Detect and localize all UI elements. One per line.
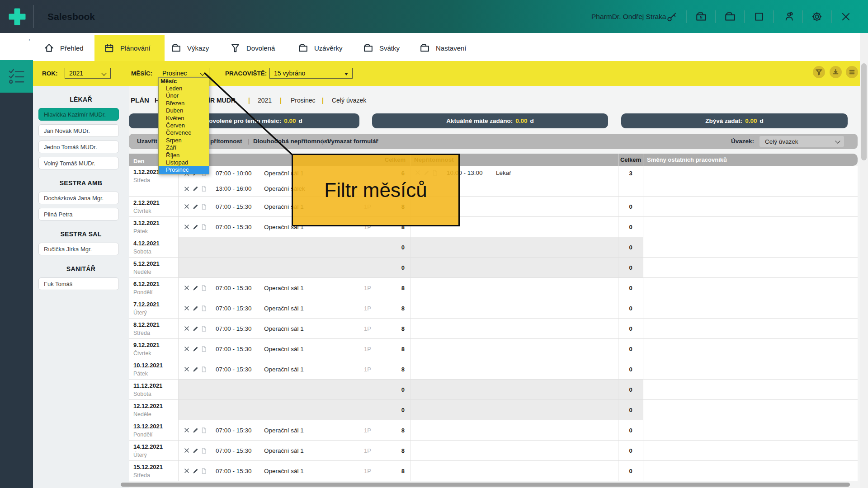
horizontal-scrollbar-thumb[interactable]: [121, 483, 850, 487]
shifts-cell[interactable]: 07:00 - 15:30Operační sál 11P: [179, 298, 384, 318]
copy-icon[interactable]: [201, 285, 208, 291]
delete-icon[interactable]: [184, 366, 190, 372]
edit-icon[interactable]: [193, 468, 199, 474]
month-option[interactable]: Březen: [159, 100, 209, 107]
delete-icon[interactable]: [184, 285, 190, 291]
filter-icon[interactable]: [813, 66, 825, 78]
shifts-cell[interactable]: [179, 258, 384, 277]
copy-icon[interactable]: [201, 325, 208, 332]
sidebar-item-person[interactable]: Jan Novák MUDr.: [38, 124, 119, 137]
delete-icon[interactable]: [184, 203, 190, 210]
shifts-cell[interactable]: 07:00 - 15:30Operační sál 11P: [179, 420, 384, 440]
pracoviste-select[interactable]: 15 vybráno: [269, 68, 353, 79]
edit-icon[interactable]: [193, 447, 199, 454]
shifts-cell[interactable]: 07:00 - 15:30Operační sál 11P: [179, 359, 384, 379]
month-option[interactable]: Únor: [159, 92, 209, 99]
delete-icon[interactable]: [184, 305, 190, 311]
month-option[interactable]: Říjen: [159, 152, 209, 159]
sidebar-item-person[interactable]: Volný Tomáš MUDr.: [38, 157, 119, 169]
absence-cell[interactable]: [410, 420, 618, 440]
delete-icon[interactable]: [184, 427, 190, 433]
month-option[interactable]: Září: [159, 144, 209, 151]
month-option[interactable]: Červen: [159, 122, 209, 129]
month-option[interactable]: Květen: [159, 115, 209, 122]
sidebar-item-person[interactable]: Pilná Petra: [38, 208, 119, 221]
tab-prehled[interactable]: Přehled: [44, 35, 84, 61]
copy-icon[interactable]: [201, 468, 208, 474]
shifts-cell[interactable]: 07:00 - 15:30Operační sál 11P: [179, 319, 384, 338]
sidebar-item-person[interactable]: Jedno Tomáš MUDr.: [38, 141, 119, 153]
sidebar-item-person[interactable]: Ručička Jirka Mgr.: [38, 243, 119, 255]
copy-icon[interactable]: [201, 366, 208, 372]
clear-form-action[interactable]: Vymazat formulář: [327, 134, 378, 149]
tab-svatky[interactable]: Svátky: [363, 35, 400, 61]
edit-icon[interactable]: [193, 346, 199, 352]
absence-cell[interactable]: [410, 278, 618, 298]
absence-cell[interactable]: [410, 237, 618, 257]
edit-icon[interactable]: [193, 305, 199, 311]
tab-dovolena[interactable]: Dovolená: [230, 35, 275, 61]
window-icon[interactable]: [749, 7, 769, 27]
key-icon[interactable]: [662, 7, 682, 27]
edit-icon[interactable]: [193, 203, 199, 210]
absence-cell[interactable]: [410, 461, 618, 481]
shifts-cell[interactable]: 07:00 - 15:30Operační sál 11P: [179, 441, 384, 460]
shifts-cell[interactable]: [179, 380, 384, 399]
copy-icon[interactable]: [201, 305, 208, 311]
month-option[interactable]: Listopad: [159, 159, 209, 166]
absence-cell[interactable]: [410, 359, 618, 379]
month-option[interactable]: Prosinec: [159, 166, 209, 174]
delete-icon[interactable]: [184, 447, 190, 454]
uvazek-select[interactable]: Celý úvazek: [760, 136, 844, 147]
shifts-cell[interactable]: 07:00 - 15:30Operační sál 11P: [179, 339, 384, 359]
month-option-placeholder[interactable]: Měsíc: [159, 78, 209, 85]
edit-icon[interactable]: [193, 285, 199, 291]
collapse-arrow-icon[interactable]: →: [24, 35, 32, 43]
edit-icon[interactable]: [193, 427, 199, 433]
close-month-action[interactable]: Uzavřít: [137, 134, 157, 149]
absence-cell[interactable]: [410, 339, 618, 359]
absence-cell[interactable]: [410, 258, 618, 277]
month-option[interactable]: Leden: [159, 85, 209, 92]
delete-icon[interactable]: [184, 186, 190, 192]
tab-nastaveni[interactable]: Nastavení: [420, 35, 467, 61]
menu-icon[interactable]: [846, 66, 858, 78]
copy-icon[interactable]: [201, 346, 208, 352]
rok-select[interactable]: 2021: [65, 68, 111, 79]
delete-icon[interactable]: [184, 325, 190, 332]
month-option[interactable]: Duben: [159, 107, 209, 114]
absence-cell[interactable]: [410, 298, 618, 318]
shifts-cell[interactable]: [179, 237, 384, 257]
month-option[interactable]: Srpen: [159, 137, 209, 144]
shifts-cell[interactable]: 07:00 - 15:30Operační sál 11P: [179, 278, 384, 298]
delete-icon[interactable]: [184, 224, 190, 230]
copy-icon[interactable]: [201, 427, 208, 433]
sidebar-item-person[interactable]: Fuk Tomáš: [38, 277, 119, 290]
sidebar-toggle-panel[interactable]: [0, 60, 33, 93]
copy-icon[interactable]: [201, 447, 208, 454]
absence-cell[interactable]: [410, 400, 618, 420]
sidebar-item-person[interactable]: Docházková Jana Mgr.: [38, 192, 119, 204]
user-name[interactable]: PharmDr. Ondřej Straka: [591, 0, 666, 33]
shifts-cell[interactable]: 07:00 - 15:30Operační sál 11P: [179, 461, 384, 481]
month-option[interactable]: Červenec: [159, 129, 209, 136]
tab-uzaverky[interactable]: Uzávěrky: [298, 35, 343, 61]
tab-planovani[interactable]: Plánování: [104, 35, 151, 61]
delete-icon[interactable]: [184, 468, 190, 474]
sidebar-item-person[interactable]: Hlavička Kazimír MUDr.: [38, 108, 119, 121]
delete-icon[interactable]: [184, 346, 190, 352]
edit-icon[interactable]: [193, 186, 199, 192]
copy-icon[interactable]: [201, 203, 208, 210]
longterm-absence-action[interactable]: Dlouhodobá nepřítomnost: [253, 134, 330, 149]
absence-cell[interactable]: [410, 441, 618, 460]
settings-icon[interactable]: [807, 7, 827, 27]
export-icon[interactable]: [830, 66, 842, 78]
folder-new-icon[interactable]: N: [691, 7, 711, 27]
copy-icon[interactable]: [201, 224, 208, 230]
tab-vykazy[interactable]: Výkazy: [171, 35, 209, 61]
shifts-cell[interactable]: [179, 400, 384, 420]
users-icon[interactable]: [778, 7, 798, 27]
edit-icon[interactable]: [193, 224, 199, 230]
edit-icon[interactable]: [193, 366, 199, 372]
absence-cell[interactable]: [410, 319, 618, 338]
